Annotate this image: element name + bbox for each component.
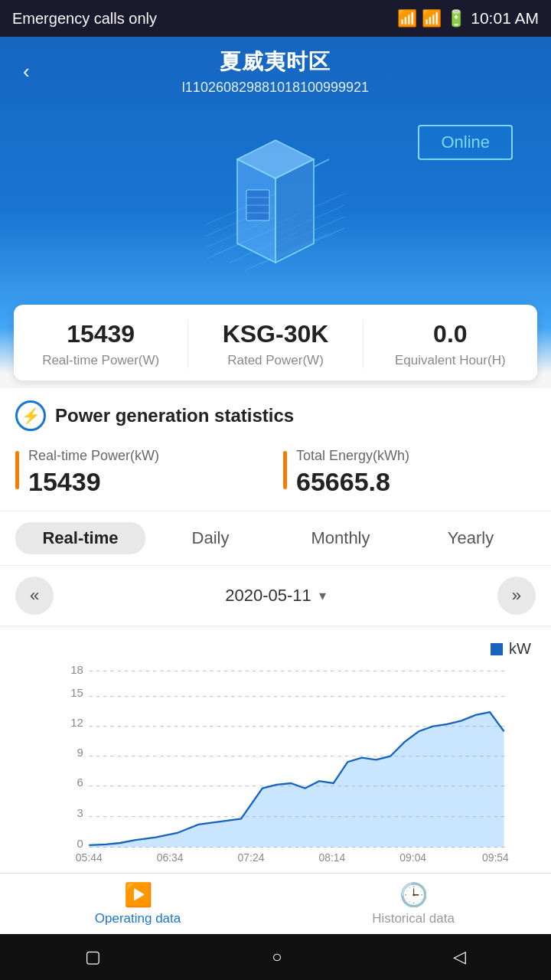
svg-text:15: 15: [70, 687, 83, 699]
stat-realtime-power: 15439 Real-time Power(W): [14, 320, 187, 368]
wifi-icon: 📶: [422, 9, 442, 28]
title-sub: l110260829881018100999921: [182, 80, 369, 96]
device-illustration: [191, 121, 360, 289]
orange-bar-2: [283, 451, 287, 489]
svg-text:05:44: 05:44: [76, 851, 103, 863]
prev-date-button[interactable]: «: [15, 577, 54, 615]
power-icon: ⚡: [15, 400, 46, 431]
nav-operating-label: Operating data: [95, 911, 181, 926]
realtime-power-label: Real-time Power(kW): [28, 448, 159, 464]
svg-text:0: 0: [77, 838, 83, 850]
svg-text:18: 18: [70, 664, 83, 676]
status-right: 📶 📶 🔋 10:01 AM: [397, 9, 539, 28]
nav-operating-data[interactable]: ▶️ Operating data: [0, 874, 276, 934]
clock-icon: 🕒: [399, 881, 428, 908]
chart-area: kW 0 3 6 9 12 15 18: [0, 628, 551, 901]
tab-yearly[interactable]: Yearly: [406, 522, 536, 554]
power-stats-row: Real-time Power(kW) 15439 Total Energy(k…: [0, 439, 551, 511]
stat-equiv-value: 0.0: [364, 320, 537, 348]
chart-legend: kW: [8, 640, 543, 664]
svg-text:12: 12: [70, 717, 83, 729]
svg-text:08:14: 08:14: [318, 851, 345, 863]
android-back-button[interactable]: ◁: [453, 947, 466, 967]
current-date: 2020-05-11: [225, 586, 311, 606]
stat-rated-power: KSG-30K Rated Power(W): [187, 320, 362, 368]
dropdown-icon: ▾: [319, 587, 326, 604]
svg-text:06:34: 06:34: [157, 851, 184, 863]
realtime-power-value: 15439: [28, 467, 159, 497]
device-area: Online: [15, 102, 536, 309]
bluetooth-icon: 📶: [397, 9, 417, 28]
header-nav: ‹ 夏威夷时区 l110260829881018100999921: [15, 47, 536, 96]
svg-text:09:04: 09:04: [399, 851, 426, 863]
total-energy-value: 65665.8: [296, 467, 409, 497]
legend-box: [491, 643, 503, 655]
legend-label: kW: [509, 640, 531, 658]
svg-text:3: 3: [77, 807, 83, 819]
tab-monthly[interactable]: Monthly: [276, 522, 406, 554]
stat-equiv-hour: 0.0 Equivalent Hour(H): [363, 320, 537, 368]
realtime-power-stat: Real-time Power(kW) 15439: [15, 448, 268, 497]
tab-realtime[interactable]: Real-time: [15, 522, 145, 554]
title-main: 夏威夷时区: [182, 47, 369, 77]
svg-text:07:24: 07:24: [238, 851, 265, 863]
chart-svg: 0 3 6 9 12 15 18: [38, 664, 543, 863]
android-nav: ▢ ○ ◁: [0, 934, 551, 980]
chart-container: 0 3 6 9 12 15 18: [8, 664, 543, 893]
orange-bar-1: [15, 451, 19, 489]
back-button[interactable]: ‹: [15, 57, 37, 87]
tab-daily[interactable]: Daily: [145, 522, 276, 554]
svg-text:6: 6: [77, 776, 83, 789]
svg-text:9: 9: [77, 746, 83, 759]
time-display: 10:01 AM: [471, 9, 539, 28]
section-title: Power generation statistics: [55, 405, 294, 426]
battery-icon: 🔋: [446, 9, 466, 28]
svg-line-20: [314, 159, 329, 167]
nav-historical-label: Historical data: [372, 911, 455, 926]
tab-row: Real-time Daily Monthly Yearly: [0, 511, 551, 566]
stat-equiv-label: Equivalent Hour(H): [364, 353, 537, 368]
total-energy-stat: Total Energy(kWh) 65665.8: [283, 448, 536, 497]
stats-card: 15439 Real-time Power(W) KSG-30K Rated P…: [14, 305, 537, 381]
nav-historical-data[interactable]: 🕒 Historical data: [276, 874, 551, 934]
next-date-button[interactable]: »: [497, 577, 536, 615]
section-header: ⚡ Power generation statistics: [0, 388, 551, 439]
play-icon: ▶️: [124, 881, 152, 908]
stat-realtime-label: Real-time Power(W): [14, 353, 187, 368]
date-selector[interactable]: 2020-05-11 ▾: [225, 586, 326, 606]
date-nav-row: « 2020-05-11 ▾ »: [0, 566, 551, 626]
total-energy-label: Total Energy(kWh): [296, 448, 409, 464]
online-badge: Online: [418, 125, 513, 160]
status-bar: Emergency calls only 📶 📶 🔋 10:01 AM: [0, 0, 551, 37]
stat-rated-value: KSG-30K: [188, 320, 362, 348]
svg-text:09:54: 09:54: [482, 851, 509, 863]
header: ‹ 夏威夷时区 l110260829881018100999921 Online: [0, 37, 551, 328]
stat-rated-label: Rated Power(W): [188, 353, 362, 368]
stat-realtime-value: 15439: [14, 320, 187, 348]
android-home-button[interactable]: ○: [272, 947, 282, 967]
status-left-text: Emergency calls only: [12, 10, 157, 28]
chart-area-fill: [89, 712, 504, 847]
bottom-nav: ▶️ Operating data 🕒 Historical data: [0, 873, 551, 934]
header-title: 夏威夷时区 l110260829881018100999921: [182, 47, 369, 96]
android-square-button[interactable]: ▢: [85, 947, 101, 967]
